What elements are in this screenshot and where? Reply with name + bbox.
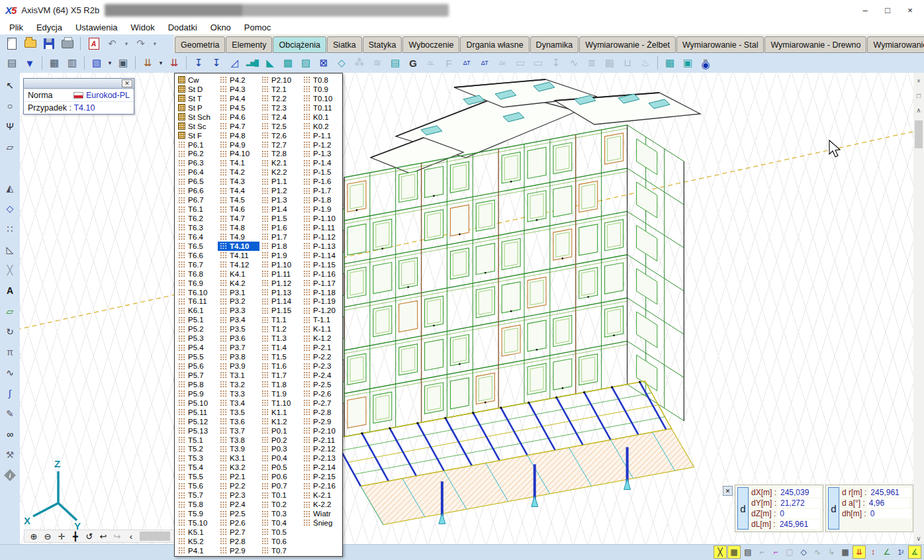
collapse-navbar-icon[interactable]: ‹ [126,532,136,541]
scroll-down-icon[interactable]: ∨ [914,534,923,543]
load-case-item[interactable]: T2.3 [259,103,301,113]
grid-display-icon[interactable]: ▦ [839,545,852,559]
numbering-icon[interactable]: 1² [894,545,907,559]
load-case-item[interactable]: K6.1 [176,306,218,315]
load-case-item[interactable]: P0.7 [259,481,301,490]
steps-icon[interactable]: ▤ [741,545,755,559]
load-case-item[interactable]: P6.7 [176,195,218,205]
load-case-item[interactable]: P1.4 [259,205,301,214]
tab-statyka[interactable]: Statyka [363,36,402,53]
load-case-item[interactable]: P-2.15 [301,472,343,481]
load-case-item[interactable]: K4.2 [218,279,259,288]
paintbrush-icon[interactable]: ✎ [3,406,18,421]
table-browser-icon[interactable]: ▦ [46,55,63,71]
load-case-item[interactable]: P3.4 [218,315,259,324]
load-case-item[interactable]: T6.2 [176,214,218,223]
load-case-item[interactable]: T0.8 [301,75,343,85]
close-button[interactable]: × [899,2,921,18]
load-case-item[interactable]: P-1.2 [301,140,343,150]
load-case-item[interactable]: T5.6 [176,481,218,490]
drawings-dropdown[interactable]: ▾ [106,55,114,71]
load-case-item[interactable]: P-2.5 [301,380,343,389]
load-case-item[interactable]: T1.2 [259,324,301,334]
palette-icon[interactable] [3,160,18,175]
coord-value[interactable]: 245,961 [778,520,820,529]
load-case-item[interactable]: K-2.2 [301,500,343,509]
load-case-item[interactable]: T4.9 [218,232,259,242]
load-case-item[interactable]: P2.4 [218,500,259,509]
load-case-item[interactable]: T6.1 [176,205,218,214]
load-case-item[interactable]: P1.5 [259,214,301,223]
load-case-item[interactable]: P4.7 [218,122,259,131]
load-case-item[interactable]: P2.7 [218,528,259,537]
load-case-item[interactable]: P1.3 [259,195,301,205]
load-case-item[interactable]: P-2.6 [301,389,343,398]
load-case-item[interactable]: P3.8 [218,352,259,361]
save-icon[interactable] [40,36,57,52]
load-case-item[interactable]: T4.8 [218,223,259,232]
load-case-item[interactable]: P1.2 [259,186,301,195]
load-case-item[interactable]: T4.2 [218,167,259,177]
load-case-item[interactable]: P2.8 [218,537,259,546]
load-case-item[interactable]: T4.11 [218,251,259,260]
load-case-item[interactable]: T5.2 [176,445,218,454]
load-case-item[interactable]: T1.9 [259,389,301,398]
load-case-item[interactable]: P-2.10 [301,426,343,436]
section-plane-icon[interactable]: ▱ [3,304,18,318]
load-case-item[interactable]: P-1.20 [301,306,343,315]
load-case-item[interactable]: P5.4 [176,343,218,352]
panel-title-bar[interactable]: ✕ [24,79,134,89]
load-case-add-icon[interactable]: ⇊ [165,55,183,71]
minimize-button[interactable]: – [854,2,876,18]
load-case-item[interactable]: P-2.2 [301,352,343,361]
load-case-item[interactable]: T0.10 [301,94,343,103]
load-case-item[interactable]: P-1.17 [301,279,343,288]
load-case-item[interactable]: P-2.1 [301,343,343,352]
load-case-item[interactable]: P5.2 [176,324,218,334]
cursor-mode-icon[interactable]: ◇ [797,545,810,559]
load-case-item[interactable]: P4.8 [218,131,259,140]
zoom-in-icon[interactable]: ⊕ [28,532,39,541]
load-case-item[interactable]: P6.5 [176,177,218,186]
load-case-item[interactable]: P-1.3 [301,150,343,159]
load-case-item[interactable]: P3.3 [218,306,259,315]
load-case-item[interactable]: K3.1 [218,453,259,463]
load-case-item[interactable]: K1.2 [259,417,301,426]
load-case-item[interactable]: St Sch [176,113,218,122]
load-case-item[interactable]: K4.1 [218,269,259,279]
thermal-line-icon[interactable]: ΔT [458,55,475,71]
load-case-item[interactable]: T1.6 [259,361,301,371]
load-case-item[interactable]: T1.3 [259,334,301,343]
close-view-icon[interactable]: × [914,77,923,85]
load-case-item[interactable]: K3.2 [218,463,259,472]
model-canvas[interactable]: ZXY [20,73,913,544]
load-case-item[interactable]: P4.3 [218,85,259,94]
load-case-item[interactable]: Wiatr [301,509,343,518]
load-case-item[interactable]: P5.10 [176,398,218,408]
load-case-item[interactable]: K5.2 [176,537,218,546]
load-case-item[interactable]: P-2.13 [301,453,343,463]
workplane-icon[interactable]: ⌐ [755,545,768,559]
line-load-icon[interactable]: ⇊ [139,55,156,71]
load-case-item[interactable]: P5.11 [176,408,218,417]
load-case-item[interactable]: P-1.10 [301,214,343,223]
load-case-item[interactable]: P-1.19 [301,297,343,306]
load-case-item[interactable]: St D [176,85,218,94]
load-case-item[interactable]: P5.9 [176,389,218,398]
load-case-item[interactable]: P-1.9 [301,205,343,214]
load-case-item[interactable]: P2.5 [218,509,259,518]
tab-geometria[interactable]: Geometria [175,36,225,53]
tab-wymiarowanie-stal[interactable]: Wymiarowanie - Stal [676,36,764,53]
load-case-item[interactable]: P3.6 [218,334,259,343]
load-case-item[interactable]: T5.9 [176,509,218,518]
load-case-item[interactable]: P-2.14 [301,463,343,472]
load-case-item[interactable]: P4.5 [218,103,259,113]
load-case-item[interactable]: T0.1 [259,490,301,500]
level-marker-icon[interactable]: ▼ [21,55,38,71]
zoom-fit-icon[interactable]: ✛ [56,532,67,541]
load-case-item[interactable]: P4.6 [218,113,259,122]
load-case-item[interactable]: P2.2 [218,481,259,490]
load-case-item[interactable]: T4.4 [218,186,259,195]
load-case-item[interactable]: P0.4 [259,453,301,463]
load-display-icon[interactable]: ⇊ [853,545,866,559]
